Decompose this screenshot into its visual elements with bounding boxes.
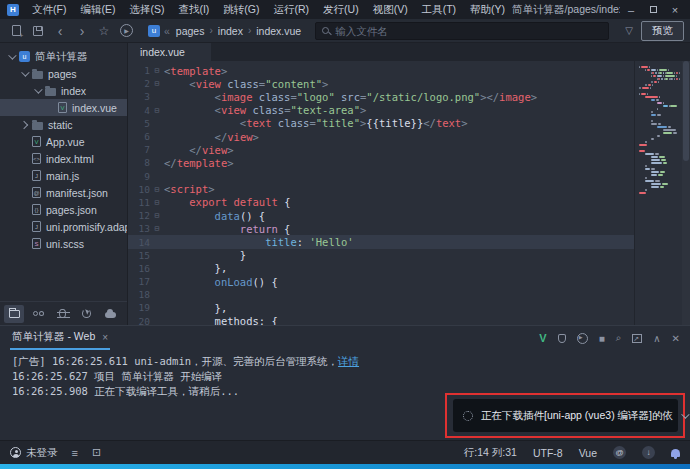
menu-item-1[interactable]: 编辑(E)	[73, 0, 122, 19]
menu-item-0[interactable]: 文件(F)	[25, 0, 73, 19]
maximize-button[interactable]	[642, 0, 664, 19]
stop-icon[interactable]: ■	[599, 333, 605, 344]
fold-marker-icon[interactable]: ⊟	[150, 66, 164, 75]
code-line-10[interactable]: 10⊟<script>	[128, 183, 634, 196]
menu-item-2[interactable]: 选择(S)	[122, 0, 171, 19]
code-line-13[interactable]: 13⊟ return {	[128, 222, 634, 235]
close-button[interactable]: ×	[664, 0, 686, 19]
code-editor[interactable]: 1⊟<template>2⊟ <view class="content">3 <…	[128, 61, 634, 325]
code-line-2[interactable]: 2⊟ <view class="content">	[128, 77, 634, 90]
find-in-console-icon[interactable]: ⌕	[616, 332, 622, 344]
fold-marker-icon[interactable]: ⊟	[150, 106, 164, 115]
update-download-icon[interactable]: ↓	[642, 446, 655, 459]
code-line-15[interactable]: 15 }	[128, 249, 634, 262]
breadcrumb-item-pages[interactable]: pages	[176, 25, 205, 37]
breadcrumb-collapse-icon[interactable]: «	[164, 25, 170, 37]
scrollbar-thumb[interactable]	[683, 61, 689, 161]
tree-item-App.vue[interactable]: VApp.vue	[0, 133, 127, 150]
tree-arrow-icon[interactable]	[34, 85, 42, 93]
cursor-position[interactable]: 行:14 列:31	[464, 446, 517, 460]
shield-icon[interactable]	[558, 334, 566, 343]
code-line-18[interactable]: 18	[128, 288, 634, 301]
login-status[interactable]: 未登录	[26, 446, 58, 460]
tree-item-static[interactable]: static	[0, 116, 127, 133]
code-line-6[interactable]: 6 </view>	[128, 130, 634, 143]
breadcrumb-item-index[interactable]: index	[218, 25, 243, 37]
tree-item-[interactable]: u简单计算器	[0, 48, 127, 65]
restart-icon[interactable]: ▶	[577, 333, 588, 344]
console-tab[interactable]: 简单计算器 - Web ×	[10, 326, 110, 350]
help-icon[interactable]: @	[613, 446, 626, 459]
code-line-5[interactable]: 5 <text class="title">{{title}}</text>	[128, 117, 634, 130]
outline-icon[interactable]: ≡	[72, 447, 78, 459]
search-tab-button[interactable]	[28, 305, 48, 323]
tree-item-pages[interactable]: pages	[0, 65, 127, 82]
code-line-19[interactable]: 19 },	[128, 301, 634, 314]
code-line-7[interactable]: 7 </view>	[128, 143, 634, 156]
tree-item-main.js[interactable]: Jmain.js	[0, 167, 127, 184]
language-mode[interactable]: Vue	[579, 447, 597, 459]
code-line-11[interactable]: 11⊟ export default {	[128, 196, 634, 209]
editor-tab-index-vue[interactable]: index.vue	[128, 43, 211, 61]
fold-marker-icon[interactable]: ⊟	[150, 185, 164, 194]
file-search-box[interactable]	[315, 22, 609, 40]
collapse-panel-icon[interactable]: ∧	[653, 333, 660, 344]
code-line-16[interactable]: 16 },	[128, 262, 634, 275]
code-line-17[interactable]: 17 onLoad() {	[128, 275, 634, 288]
code-line-9[interactable]: 9	[128, 170, 634, 183]
menu-item-7[interactable]: 视图(V)	[366, 0, 415, 19]
console-tab-close-icon[interactable]: ×	[102, 332, 108, 343]
tree-item-index.html[interactable]: <>index.html	[0, 150, 127, 167]
terminal-icon[interactable]: ⊡	[92, 446, 101, 459]
tree-item-uni.promisify.adapt...[interactable]: Juni.promisify.adapt...	[0, 218, 127, 235]
download-toast[interactable]: 正在下载插件[uni-app (vue3) 编译器]的依	[453, 399, 678, 432]
explorer-tab-button[interactable]	[4, 305, 24, 323]
code-line-8[interactable]: 8</template>	[128, 156, 634, 169]
menu-item-3[interactable]: 查找(I)	[171, 0, 216, 19]
filter-icon[interactable]: ▽	[625, 25, 633, 36]
debug-tab-button[interactable]	[52, 305, 72, 323]
run-button[interactable]: ▶	[116, 21, 136, 41]
fold-marker-icon[interactable]: ⊟	[150, 198, 164, 207]
back-button[interactable]: ‹	[50, 21, 70, 41]
breadcrumb-item-file[interactable]: index.vue	[256, 25, 301, 37]
export-log-icon[interactable]: ↗	[632, 334, 642, 343]
cloud-tab-button[interactable]	[100, 305, 120, 323]
details-link[interactable]: 详情	[338, 355, 359, 367]
tree-arrow-icon[interactable]	[20, 120, 28, 128]
preview-button[interactable]: 预览	[641, 21, 684, 41]
tree-item-index.vue[interactable]: Vindex.vue	[0, 99, 127, 116]
minimize-button[interactable]: –	[620, 0, 642, 19]
tree-item-index[interactable]: index	[0, 82, 127, 99]
vue-status-icon[interactable]: V	[539, 332, 546, 344]
fold-marker-icon[interactable]: ⊟	[150, 79, 164, 88]
new-file-button[interactable]	[6, 21, 26, 41]
menu-item-9[interactable]: 帮助(Y)	[463, 0, 512, 19]
minimap[interactable]	[634, 61, 682, 325]
fold-marker-icon[interactable]: ⊟	[150, 211, 164, 220]
menu-item-8[interactable]: 工具(T)	[415, 0, 463, 19]
code-line-1[interactable]: 1⊟<template>	[128, 64, 634, 77]
tree-item-uni.scss[interactable]: Suni.scss	[0, 235, 127, 252]
notification-bell-icon[interactable]	[671, 449, 680, 457]
menu-item-5[interactable]: 运行(R)	[267, 0, 317, 19]
forward-button[interactable]: ›	[72, 21, 92, 41]
menu-item-6[interactable]: 发行(U)	[316, 0, 366, 19]
code-line-20[interactable]: 20 methods: {	[128, 315, 634, 325]
fold-marker-icon[interactable]: ⊟	[150, 224, 164, 233]
tree-arrow-icon[interactable]	[8, 51, 16, 59]
sync-tab-button[interactable]	[76, 305, 96, 323]
menu-item-4[interactable]: 跳转(G)	[216, 0, 266, 19]
search-input[interactable]	[335, 25, 602, 37]
save-button[interactable]	[28, 21, 48, 41]
code-line-14[interactable]: 14 title: 'Hello'	[128, 235, 634, 248]
clear-console-icon[interactable]: ✕	[672, 333, 680, 344]
tree-item-pages.json[interactable]: {}pages.json	[0, 201, 127, 218]
tree-arrow-icon[interactable]	[21, 68, 29, 76]
code-line-4[interactable]: 4⊟ <view class="text-area">	[128, 104, 634, 117]
favorite-button[interactable]: ☆	[94, 21, 114, 41]
code-line-3[interactable]: 3 <image class="logo" src="/static/logo.…	[128, 90, 634, 103]
code-line-12[interactable]: 12⊟ data() {	[128, 209, 634, 222]
editor-scrollbar[interactable]	[682, 61, 690, 325]
tree-item-manifest.json[interactable]: @manifest.json	[0, 184, 127, 201]
